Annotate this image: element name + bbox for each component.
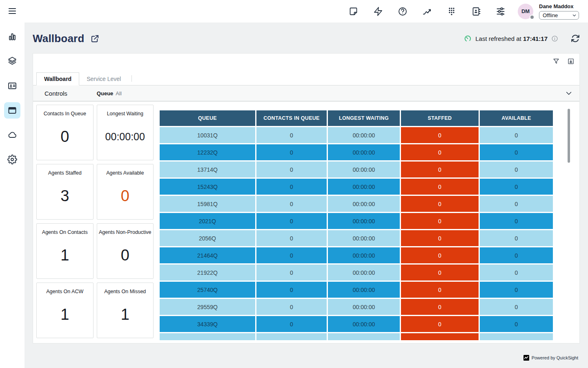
sidebar-item-contacts[interactable] (4, 78, 20, 94)
directory-button[interactable] (471, 7, 481, 16)
controls-label: Controls (45, 90, 67, 97)
metrics-button[interactable] (422, 7, 432, 16)
queue-filter-value[interactable]: All (116, 90, 121, 96)
tabs: WallboardService Level (33, 72, 579, 85)
timer-icon (464, 35, 472, 43)
sliders-icon (496, 7, 506, 16)
quick-actions-button[interactable] (373, 7, 383, 16)
sidebar-item-settings[interactable] (4, 151, 20, 168)
staffed-cell: 0 (401, 265, 479, 280)
staffed-cell: 0 (401, 196, 479, 212)
longest-waiting-cell: 00:00:00 (328, 247, 400, 263)
longest-waiting-cell: 00:00:00 (328, 299, 400, 315)
main-area: Wallboard Last refreshed at 17:41:17 (24, 22, 588, 368)
available-cell: 0 (480, 247, 553, 263)
menu-button[interactable] (4, 3, 20, 19)
metrics-icon (422, 7, 432, 16)
filter-button[interactable] (552, 58, 560, 65)
powered-by-link[interactable]: Powered by QuickSight (523, 355, 578, 361)
refresh-info-button[interactable] (551, 35, 558, 42)
kpi-label: Agents On Contacts (40, 229, 89, 235)
staffed-cell: 0 (401, 162, 479, 177)
export-icon (567, 58, 575, 65)
tab-service-level[interactable]: Service Level (79, 72, 128, 85)
sidebar-item-cloud[interactable] (4, 127, 20, 143)
powered-by-text: Powered by QuickSight (532, 355, 578, 360)
kpi-label: Contacts In Queue (42, 111, 88, 117)
dialpad-button[interactable] (447, 7, 457, 16)
user-info: Dane Maddox Offline (539, 3, 579, 20)
chevron-down-icon (565, 89, 573, 97)
kpi-card-agents-non-productive: Agents Non-Productive0 (97, 223, 154, 279)
kpi-value: 00:00:00 (105, 117, 145, 160)
longest-waiting-cell: 00:00:00 (328, 179, 400, 195)
contacts-in-queue-cell: 0 (256, 299, 327, 315)
kpi-value: 0 (121, 235, 129, 278)
notes-button[interactable] (349, 7, 359, 16)
available-cell: 0 (480, 127, 553, 143)
queue-cell: 10031Q (160, 127, 255, 143)
longest-waiting-cell: 00:00:00 (328, 265, 400, 280)
available-cell: 0 (480, 213, 553, 229)
staffed-cell: 0 (401, 316, 479, 332)
queue-cell: 13714Q (160, 162, 255, 177)
available-cell (480, 333, 553, 340)
longest-waiting-cell: 00:00:00 (328, 282, 400, 298)
last-refreshed-text: Last refreshed at 17:41:17 (475, 35, 548, 42)
controls-collapse-button[interactable] (565, 89, 573, 97)
queue-cell: 29559Q (160, 299, 255, 315)
kpi-value: 1 (60, 235, 69, 278)
longest-waiting-cell: 00:00:00 (328, 230, 400, 246)
gear-icon (7, 155, 17, 164)
contacts-in-queue-cell: 0 (256, 127, 327, 143)
table-scrollbar-thumb[interactable] (568, 109, 570, 163)
preferences-button[interactable] (496, 7, 506, 16)
user-avatar[interactable]: DM (518, 4, 533, 19)
longest-waiting-cell: 00:00:00 (328, 162, 400, 177)
queue-cell: 15981Q (160, 196, 255, 212)
queue-cell: 2056Q (160, 230, 255, 246)
open-external-button[interactable] (90, 34, 100, 43)
queue-cell: 2021Q (160, 213, 255, 229)
refresh-button[interactable] (571, 34, 580, 43)
queue-cell: 34339Q (160, 316, 255, 332)
queue-table: QUEUECONTACTS IN QUEUELONGEST WAITINGSTA… (160, 110, 553, 340)
help-button[interactable] (398, 7, 408, 16)
available-cell: 0 (480, 316, 553, 332)
column-header-contacts-in-queue: CONTACTS IN QUEUE (256, 110, 327, 126)
staffed-cell: 0 (401, 299, 479, 315)
sidebar-item-analytics[interactable] (4, 29, 20, 45)
longest-waiting-cell: 00:00:00 (328, 127, 400, 143)
staffed-cell: 0 (401, 282, 479, 298)
sidebar-item-layers[interactable] (4, 53, 20, 69)
available-cell: 0 (480, 282, 553, 298)
dashboard-content: Contacts In Queue0Longest Waiting00:00:0… (33, 101, 579, 343)
kpi-card-longest-waiting: Longest Waiting00:00:00 (97, 105, 154, 160)
longest-waiting-cell: 00:00:00 (328, 196, 400, 212)
export-button[interactable] (567, 58, 575, 65)
kpi-card-contacts-in-queue: Contacts In Queue0 (36, 105, 94, 160)
status-select[interactable]: Offline (539, 11, 579, 20)
longest-waiting-cell: 00:00:00 (328, 213, 400, 229)
kpi-card-agents-available: Agents Available0 (97, 164, 154, 220)
filter-icon (552, 58, 560, 65)
topbar: DM Dane Maddox Offline (24, 0, 588, 22)
dialpad-icon (447, 7, 457, 16)
available-cell: 0 (480, 179, 553, 195)
staffed-cell: 0 (401, 213, 479, 229)
longest-waiting-cell: 00:00:00 (328, 316, 400, 332)
user-name: Dane Maddox (539, 3, 579, 9)
directory-icon (471, 7, 481, 16)
dashboard-card: WallboardService Level Controls Queue Al… (33, 53, 580, 343)
sidebar-item-wallboard[interactable] (4, 102, 20, 119)
queue-filter-label: Queue (97, 90, 113, 96)
queue-cell: 15243Q (160, 179, 255, 195)
contacts-in-queue-cell: 0 (256, 282, 327, 298)
topbar-icons (349, 7, 506, 16)
kpi-card-agents-on-missed: Agents On Missed1 (97, 283, 154, 338)
contacts-in-queue-cell: 0 (256, 162, 327, 177)
tab-wallboard[interactable]: Wallboard (36, 72, 79, 85)
kpi-value: 3 (60, 176, 69, 219)
menu-icon (7, 6, 17, 16)
kpi-label: Agents Staffed (47, 170, 83, 176)
